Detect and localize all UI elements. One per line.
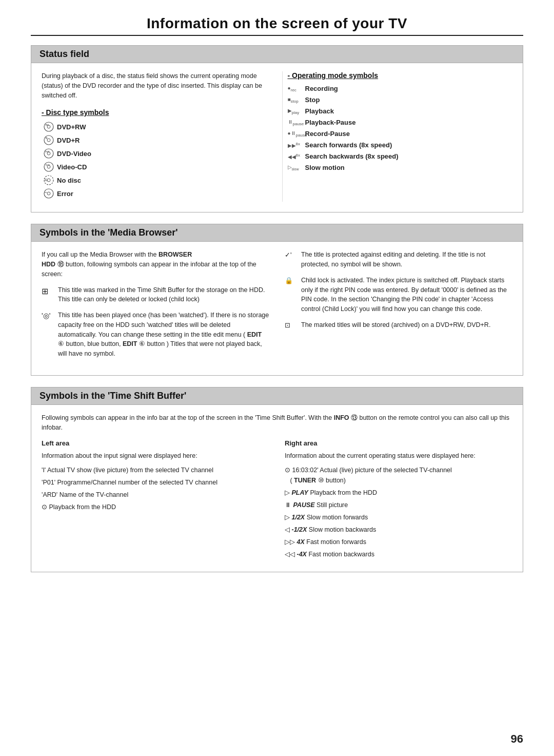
playback-label: Playback — [305, 107, 334, 115]
ts-columns: Left area Information about the input si… — [42, 439, 512, 561]
half-bwd-italic: -1/2X — [291, 526, 307, 533]
playback-icon: ▶play — [288, 108, 303, 115]
childlock-icon: 🔒 — [285, 276, 299, 286]
playback-pause-label: Playback-Pause — [305, 119, 356, 126]
timeshift-mark-icon: ⊞ — [42, 285, 56, 298]
media-item-watched: '◎' This title has been played once (has… — [42, 311, 269, 359]
search-bwd-icon: ◀◀8x — [288, 153, 303, 160]
disc-item-dvd-video: DVD DVD-Video — [42, 148, 267, 159]
status-field-title: Status field — [39, 49, 515, 60]
op-search-fwd: ▶▶8x Search forwards (8x speed) — [288, 141, 513, 149]
search-fwd-icon: ▶▶8x — [288, 142, 303, 148]
stop-label: Stop — [305, 96, 320, 104]
disc-item-dvd-rw: RW DVD+RW — [42, 122, 267, 132]
media-item-childlock: 🔒 Child lock is activated. The index pic… — [285, 276, 512, 314]
half-fwd-italic: 1/2X — [291, 514, 305, 521]
media-item-protected: ✓' The title is protected against editin… — [285, 250, 512, 269]
recording-label: Recording — [305, 85, 338, 92]
status-field-header: Status field — [31, 46, 523, 63]
media-browser-left: If you call up the Media Browser with th… — [42, 250, 269, 365]
protected-icon: ✓' — [285, 250, 299, 260]
page-number: 96 — [511, 732, 523, 746]
status-field-body: During playback of a disc, the status fi… — [31, 63, 523, 212]
browser-intro-text: If you call up the Media Browser with th… — [42, 250, 269, 279]
ts-left-item-2: 'P01' Programme/Channel number of the se… — [42, 477, 269, 488]
media-browser-header: Symbols in the 'Media Browser' — [31, 224, 523, 242]
op-mode-title: - Operating mode symbols — [288, 71, 513, 80]
record-pause-label: Record-Pause — [305, 130, 350, 138]
media-browser-columns: If you call up the Media Browser with th… — [42, 250, 512, 365]
error-label: Error — [57, 190, 73, 198]
media-browser-right: ✓' The title is protected against editin… — [285, 250, 512, 365]
op-slow-motion: ▷slow Slow motion — [288, 164, 513, 171]
edit-bold-2: EDIT — [123, 340, 137, 347]
watched-text: This title has been played once (has bee… — [58, 311, 269, 359]
info-bold: INFO — [334, 414, 349, 421]
4x-fwd-italic: 4X — [296, 538, 304, 546]
ts-left-item-3: 'ARD' Name of the TV-channel — [42, 490, 269, 500]
media-browser-title: Symbols in the 'Media Browser' — [39, 227, 515, 238]
disc-item-vcd: VCD Video-CD — [42, 162, 267, 172]
archived-text: The marked titles will be stored (archiv… — [301, 320, 490, 330]
svg-point-17 — [47, 192, 50, 195]
media-item-timeshifted: ⊞ This title was marked in the Time Shif… — [42, 285, 269, 305]
op-mode-list: ●rec Recording ■stop Stop ▶play Playback — [288, 85, 513, 171]
svg-text:VCD: VCD — [46, 164, 50, 166]
right-area-desc: Information about the current operating … — [285, 451, 512, 461]
ts-right-item-1: ⊙ 16:03:02' Actual (live) picture of the… — [285, 465, 512, 486]
media-browser-left-list: ⊞ This title was marked in the Time Shif… — [42, 285, 269, 359]
right-area-title: Right area — [285, 439, 512, 447]
ts-right-item-3: ⏸ PAUSE Still picture — [285, 500, 512, 510]
dvd-r-icon: R — [42, 135, 56, 145]
status-left-col: During playback of a disc, the status fi… — [42, 71, 282, 202]
page-wrapper: Information on the screen of your TV Sta… — [0, 0, 554, 756]
svg-text:err: err — [45, 191, 47, 193]
playback-pause-icon: ⏸pause — [288, 119, 303, 126]
op-record-pause: ●⏸pause Record-Pause — [288, 130, 513, 138]
ts-right-col: Right area Information about the current… — [285, 439, 512, 561]
svg-point-4 — [47, 139, 50, 142]
status-field-columns: During playback of a disc, the status fi… — [42, 71, 512, 202]
ts-left-col: Left area Information about the input si… — [42, 439, 269, 561]
error-icon: err — [42, 188, 56, 199]
ts-left-list: 'I' Actual TV show (live picture) from t… — [42, 465, 269, 512]
pause-italic: PAUSE — [293, 501, 314, 509]
left-area-title: Left area — [42, 439, 269, 447]
time-shift-body: Following symbols can appear in the info… — [31, 405, 523, 572]
timeshift-mark-text: This title was marked in the Time Shift … — [58, 285, 269, 305]
disc-item-error: err Error — [42, 188, 267, 199]
left-area-desc: Information about the input signal were … — [42, 451, 269, 461]
browser-bold: BROWSER — [159, 251, 192, 258]
disc-type-title: - Disc type symbols — [42, 108, 267, 117]
title-divider — [31, 35, 523, 36]
search-fwd-label: Search forwards (8x speed) — [305, 141, 392, 149]
status-field-section: Status field During playback of a disc, … — [31, 45, 523, 212]
ts-intro-text: Following symbols can appear in the info… — [42, 413, 512, 433]
media-item-archived: ⊡ The marked titles will be stored (arch… — [285, 320, 512, 331]
time-shift-header: Symbols in the 'Time Shift Buffer' — [31, 387, 523, 405]
stop-icon: ■stop — [288, 96, 303, 104]
svg-text:RW: RW — [46, 124, 49, 126]
vcd-icon: VCD — [42, 162, 56, 172]
ts-right-item-7: ◁◁ -4X Fast motion backwards — [285, 549, 512, 559]
op-search-bwd: ◀◀8x Search backwards (8x speed) — [288, 152, 513, 160]
hdd-label: HDD — [42, 261, 55, 268]
half-fwd-bold: 1/2X — [291, 514, 305, 521]
tuner-bold: TUNER — [294, 477, 316, 484]
media-browser-section: Symbols in the 'Media Browser' If you ca… — [31, 224, 523, 376]
watched-icon: '◎' — [42, 311, 56, 321]
play-bold: PLAY — [291, 489, 308, 496]
protected-text: The title is protected against editing a… — [301, 250, 512, 269]
ts-right-item-6: ▷▷ 4X Fast motion forwards — [285, 537, 512, 547]
dvd-r-label: DVD+R — [57, 137, 80, 144]
no-disc-icon: nodisc — [42, 175, 56, 185]
dvd-video-icon: DVD — [42, 148, 56, 159]
half-bwd-bold: -1/2X — [291, 526, 307, 533]
time-shift-title: Symbols in the 'Time Shift Buffer' — [39, 391, 515, 401]
ts-right-item-5: ◁ -1/2X Slow motion backwards — [285, 525, 512, 535]
svg-text:DVD: DVD — [45, 150, 50, 153]
dvd-rw-label: DVD+RW — [57, 123, 86, 131]
disc-item-no-disc: nodisc No disc — [42, 175, 267, 185]
4x-fwd-bold: 4X — [296, 538, 304, 546]
edit-bold-1: EDIT — [247, 331, 262, 338]
